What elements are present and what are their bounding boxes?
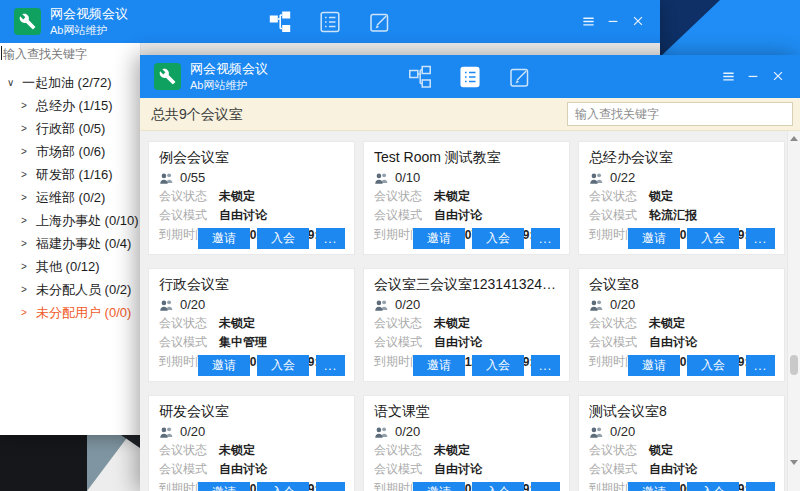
- back-titlebar: 网会视频会议 Ab网站维护: [0, 0, 660, 43]
- mode-value: 自由讨论: [649, 461, 697, 478]
- join-button[interactable]: 入会: [257, 228, 309, 249]
- join-button[interactable]: 入会: [472, 355, 524, 376]
- room-name: 会议室8: [589, 274, 774, 295]
- tree-item-label: 运维部 (0/2): [36, 189, 105, 207]
- meeting-list-icon[interactable]: [318, 10, 342, 34]
- join-button[interactable]: 入会: [687, 482, 739, 491]
- invite-button[interactable]: 邀请: [628, 228, 680, 249]
- participants-row: 0/22: [589, 168, 774, 187]
- meeting-list-icon[interactable]: [458, 65, 482, 89]
- more-button[interactable]: ...: [316, 355, 345, 376]
- mode-row: 会议模式自由讨论: [589, 333, 774, 352]
- participants-icon: [374, 299, 389, 311]
- chevron-icon: >: [21, 215, 36, 226]
- join-button[interactable]: 入会: [687, 355, 739, 376]
- more-button[interactable]: ...: [746, 482, 775, 491]
- invite-button[interactable]: 邀请: [413, 355, 465, 376]
- room-card: Test Room 测试教室 0/10 会议状态未锁定 会议模式自由讨论 到期时…: [363, 141, 570, 255]
- tree-item[interactable]: > 未分配人员 (0/2): [0, 278, 140, 301]
- close-icon[interactable]: [770, 68, 786, 84]
- participant-count: 0/20: [610, 424, 635, 439]
- room-card: 总经办会议室 0/22 会议状态锁定 会议模式轮流汇报 到期时间2022-01-…: [578, 141, 785, 255]
- card-buttons: 邀请 入会 ...: [628, 355, 775, 376]
- tree-item[interactable]: > 上海办事处 (0/10): [0, 209, 140, 232]
- scroll-down-icon[interactable]: [790, 460, 798, 465]
- tree-item[interactable]: > 其他 (0/12): [0, 255, 140, 278]
- participants-row: 0/55: [159, 168, 344, 187]
- wallpaper-navy-triangle: [660, 0, 720, 57]
- card-buttons: 邀请 入会 ...: [413, 355, 560, 376]
- join-button[interactable]: 入会: [472, 482, 524, 491]
- back-toolbar: [268, 10, 392, 34]
- menu-icon[interactable]: [580, 13, 596, 29]
- menu-icon[interactable]: [720, 68, 736, 84]
- room-search-input[interactable]: [567, 102, 793, 126]
- invite-button[interactable]: 邀请: [198, 228, 250, 249]
- room-name: 研发会议室: [159, 401, 344, 422]
- more-button[interactable]: ...: [746, 228, 775, 249]
- join-button[interactable]: 入会: [257, 482, 309, 491]
- tree-item[interactable]: > 未分配用户 (0/0): [0, 301, 140, 324]
- invite-button[interactable]: 邀请: [198, 355, 250, 376]
- tree-item[interactable]: > 研发部 (1/16): [0, 163, 140, 186]
- room-name: 会议室三会议室123141324141三会...: [374, 274, 559, 295]
- minimize-icon[interactable]: [745, 68, 761, 84]
- status-label: 会议状态: [589, 188, 649, 205]
- more-button[interactable]: ...: [531, 355, 560, 376]
- org-chart-icon[interactable]: [268, 10, 292, 34]
- minimize-icon[interactable]: [605, 13, 621, 29]
- mode-label: 会议模式: [159, 461, 219, 478]
- room-grid: 例会会议室 0/55 会议状态未锁定 会议模式自由讨论 到期时间2028-01-…: [148, 141, 785, 491]
- compose-icon[interactable]: [368, 10, 392, 34]
- join-button[interactable]: 入会: [257, 355, 309, 376]
- mode-value: 轮流汇报: [649, 207, 697, 224]
- mode-label: 会议模式: [589, 461, 649, 478]
- invite-button[interactable]: 邀请: [628, 355, 680, 376]
- more-button[interactable]: ...: [531, 482, 560, 491]
- tree-item-label: 上海办事处 (0/10): [36, 212, 139, 230]
- tree-item-label: 市场部 (0/6): [36, 143, 105, 161]
- participants-icon: [374, 426, 389, 438]
- status-value: 未锁定: [219, 315, 255, 332]
- card-buttons: 邀请 入会 ...: [628, 482, 775, 491]
- join-button[interactable]: 入会: [687, 228, 739, 249]
- mode-value: 自由讨论: [219, 461, 267, 478]
- close-icon[interactable]: [630, 13, 646, 29]
- app-title: 网会视频会议: [50, 6, 128, 23]
- invite-button[interactable]: 邀请: [413, 228, 465, 249]
- chevron-icon: ∨: [7, 77, 22, 88]
- tree-item-label: 福建办事处 (0/4): [36, 235, 131, 253]
- status-value: 未锁定: [649, 315, 685, 332]
- mode-value: 集中管理: [219, 334, 267, 351]
- more-button[interactable]: ...: [316, 482, 345, 491]
- mode-row: 会议模式自由讨论: [374, 460, 559, 479]
- tree-item[interactable]: > 运维部 (0/2): [0, 186, 140, 209]
- app-subtitle: Ab网站维护: [50, 23, 128, 37]
- mode-value: 自由讨论: [434, 334, 482, 351]
- tree-item[interactable]: > 行政部 (0/5): [0, 117, 140, 140]
- sidebar-search-input[interactable]: [0, 43, 140, 64]
- room-name: 测试会议室8: [589, 401, 774, 422]
- mode-value: 自由讨论: [219, 207, 267, 224]
- status-value: 未锁定: [219, 442, 255, 459]
- tree-item[interactable]: > 总经办 (1/15): [0, 94, 140, 117]
- tree-item[interactable]: > 福建办事处 (0/4): [0, 232, 140, 255]
- mode-label: 会议模式: [589, 334, 649, 351]
- invite-button[interactable]: 邀请: [198, 482, 250, 491]
- chevron-icon: >: [21, 284, 36, 295]
- scroll-thumb[interactable]: [790, 355, 798, 375]
- room-card: 研发会议室 0/20 会议状态未锁定 会议模式自由讨论 到期时间2022-01-…: [148, 395, 355, 491]
- scroll-up-icon[interactable]: [790, 136, 798, 141]
- invite-button[interactable]: 邀请: [413, 482, 465, 491]
- invite-button[interactable]: 邀请: [628, 482, 680, 491]
- org-chart-icon[interactable]: [408, 65, 432, 89]
- tree-item-label: 一起加油 (2/72): [22, 74, 112, 92]
- tree-item[interactable]: > 市场部 (0/6): [0, 140, 140, 163]
- scrollbar[interactable]: [787, 131, 800, 491]
- compose-icon[interactable]: [508, 65, 532, 89]
- tree-item[interactable]: ∨ 一起加油 (2/72): [0, 71, 140, 94]
- more-button[interactable]: ...: [746, 355, 775, 376]
- more-button[interactable]: ...: [531, 228, 560, 249]
- join-button[interactable]: 入会: [472, 228, 524, 249]
- more-button[interactable]: ...: [316, 228, 345, 249]
